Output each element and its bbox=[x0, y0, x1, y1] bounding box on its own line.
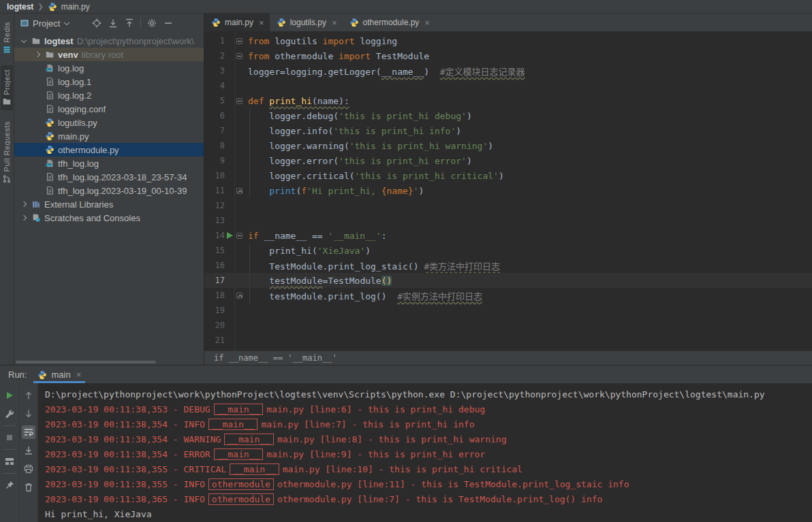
fold-slot bbox=[234, 293, 244, 299]
stripe-item-pull-requests[interactable]: Pull Requests bbox=[1, 117, 13, 187]
fold-open-icon[interactable] bbox=[236, 98, 243, 104]
locate-icon[interactable] bbox=[91, 18, 102, 29]
project-panel-title[interactable]: Project bbox=[33, 18, 60, 29]
text-icon bbox=[45, 91, 54, 100]
tree-item-log.log.2[interactable]: log.log.2 bbox=[14, 88, 204, 102]
tree-item-scratches-and-consoles[interactable]: Scratches and Consoles bbox=[14, 211, 204, 225]
code-token: () bbox=[381, 276, 392, 286]
breadcrumb: logtest ❯ main.py bbox=[0, 0, 812, 14]
scroll-end-button[interactable] bbox=[22, 444, 35, 457]
line-number: 12 bbox=[204, 201, 225, 210]
code-token: 'this is print_hi critical' bbox=[355, 171, 499, 181]
run-tab-main[interactable]: main × bbox=[33, 370, 85, 383]
code-line: 13 bbox=[204, 213, 812, 228]
editor-tab-main-py[interactable]: main.py× bbox=[204, 14, 270, 31]
fold-end-icon[interactable] bbox=[236, 293, 243, 299]
code-token: logger.error( bbox=[248, 156, 339, 166]
code-token: TestModule.print_log_staic() bbox=[248, 261, 424, 272]
chevron-slot bbox=[20, 202, 28, 206]
tree-item-path: D:\project\pythonproject\work\ bbox=[77, 36, 194, 46]
rerun-button[interactable] bbox=[3, 389, 16, 402]
printer-icon bbox=[23, 463, 34, 474]
tree-item-tfh-log.log.2023-03-18-23-57-34[interactable]: tfh_log.log.2023-03-18_23-57-34 bbox=[14, 170, 204, 184]
chevron-slot bbox=[33, 52, 42, 56]
tree-item-tfh-log.log.2023-03-19-00-10-39[interactable]: tfh_log.log.2023-03-19_00-10-39 bbox=[14, 184, 204, 197]
close-icon[interactable]: × bbox=[76, 370, 82, 380]
down-button[interactable] bbox=[22, 407, 35, 421]
horizontal-scrollbar[interactable] bbox=[16, 361, 156, 363]
editor-tab-logutils-py[interactable]: logutils.py× bbox=[270, 14, 343, 31]
fold-open-icon[interactable] bbox=[236, 233, 243, 239]
tree-item-othermodule.py[interactable]: othermodule.py bbox=[14, 143, 204, 157]
close-icon[interactable]: × bbox=[332, 18, 337, 28]
tree-item-main.py[interactable]: main.py bbox=[14, 129, 204, 143]
line-number: 8 bbox=[204, 141, 225, 150]
tool-window-stripe: RedisProjectPull Requests bbox=[0, 14, 14, 365]
layout-button[interactable] bbox=[3, 455, 16, 468]
run-panel-header: Run: main × bbox=[0, 365, 812, 383]
chevron-right-icon[interactable] bbox=[21, 201, 27, 207]
tree-item-logtest[interactable]: logtestD:\project\pythonproject\work\ bbox=[14, 34, 204, 48]
hide-icon[interactable] bbox=[163, 18, 174, 29]
chevron-down-icon[interactable] bbox=[21, 37, 27, 42]
main-area: RedisProjectPull Requests Project logtes… bbox=[0, 14, 812, 365]
code-token: print_hi( bbox=[248, 246, 317, 256]
tree-item-logutils.py[interactable]: logutils.py bbox=[14, 116, 204, 129]
code-token: '__main__' bbox=[328, 231, 381, 241]
tree-item-venv[interactable]: venvlibrary root bbox=[14, 48, 204, 61]
expand-all-icon[interactable] bbox=[108, 18, 119, 29]
python-icon bbox=[45, 118, 54, 127]
breadcrumb-project[interactable]: logtest bbox=[7, 2, 33, 12]
code-editor[interactable]: 1from logutils import logging2from other… bbox=[204, 31, 812, 350]
pin-button[interactable] bbox=[3, 478, 16, 492]
tree-item-label: venv bbox=[58, 50, 78, 60]
stop-button[interactable] bbox=[3, 431, 16, 444]
code-token: if bbox=[248, 231, 259, 241]
gutter: 2 bbox=[204, 48, 244, 63]
up-button[interactable] bbox=[22, 389, 35, 402]
code-text: TestModule.print_log_staic() #类方法中打印日志 bbox=[244, 259, 500, 272]
tree-item-label: log.log.2 bbox=[58, 91, 91, 101]
run-line-icon[interactable] bbox=[227, 232, 233, 239]
project-tree: logtestD:\project\pythonproject\work\ven… bbox=[14, 33, 204, 365]
tree-item-logging.conf[interactable]: logging.conf bbox=[14, 102, 204, 116]
code-text: def print_hi(name): bbox=[244, 96, 349, 106]
tree-item-log.log[interactable]: LOGlog.log bbox=[14, 61, 204, 75]
code-token bbox=[248, 276, 269, 286]
line-number: 1 bbox=[204, 36, 225, 46]
wrench-button[interactable] bbox=[3, 407, 16, 421]
stripe-item-project[interactable]: Project bbox=[1, 65, 13, 111]
softwrap-icon bbox=[23, 427, 34, 438]
tree-item-label: tfh_log.log bbox=[58, 159, 99, 169]
softwrap-button[interactable] bbox=[22, 425, 35, 439]
settings-icon[interactable] bbox=[146, 18, 157, 29]
code-token: 'this is print_hi debug' bbox=[339, 111, 467, 121]
trash-button[interactable] bbox=[22, 480, 35, 494]
fold-slot bbox=[234, 38, 244, 44]
stripe-item-redis[interactable]: Redis bbox=[1, 18, 13, 59]
code-token: logger.critical( bbox=[248, 171, 355, 181]
console-output[interactable]: D:\project\pythonproject\work\pythonProj… bbox=[38, 383, 812, 522]
tree-item-tfh-log.log[interactable]: LOGtfh_log.log bbox=[14, 157, 204, 170]
close-icon[interactable]: × bbox=[424, 18, 430, 28]
code-token: 'Hi print_hi, bbox=[307, 186, 381, 196]
fold-open-icon[interactable] bbox=[236, 53, 243, 59]
collapse-all-icon[interactable] bbox=[124, 18, 135, 29]
code-text: print(f'Hi print_hi, {name}') bbox=[244, 186, 424, 196]
tree-item-external-libraries[interactable]: External Libraries bbox=[14, 197, 204, 211]
chevron-right-icon[interactable] bbox=[21, 215, 27, 221]
breadcrumb-file[interactable]: main.py bbox=[61, 2, 90, 12]
tree-item-log.log.1[interactable]: log.log.1 bbox=[14, 75, 204, 88]
fold-end-icon[interactable] bbox=[236, 188, 243, 194]
chevron-down-icon[interactable] bbox=[64, 19, 69, 25]
code-line: 14if __name__ == '__main__': bbox=[204, 228, 812, 243]
close-icon[interactable]: × bbox=[259, 18, 264, 28]
chevron-right-icon[interactable] bbox=[35, 52, 40, 57]
code-token: ) bbox=[467, 156, 472, 166]
fold-open-icon[interactable] bbox=[236, 38, 243, 44]
printer-button[interactable] bbox=[22, 462, 35, 476]
wrench-icon bbox=[4, 408, 15, 419]
editor-tab-othermodule-py[interactable]: othermodule.py× bbox=[343, 14, 435, 31]
log-message: othermodule.py [line:11] - this is TestM… bbox=[277, 479, 629, 489]
log-prefix: 2023-03-19 00:11:38,354 - ERROR bbox=[45, 449, 210, 459]
